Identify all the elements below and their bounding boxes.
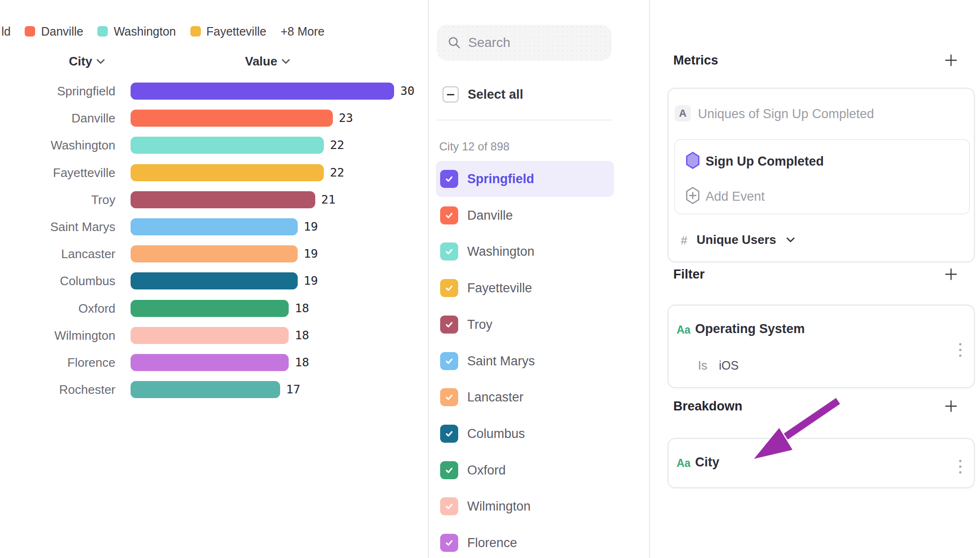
city-checkbox[interactable]: [440, 316, 458, 334]
add-filter-button[interactable]: [943, 267, 959, 282]
chart-bar-label: Danville: [0, 110, 115, 126]
city-checkbox[interactable]: [440, 206, 458, 224]
chart-bar-value: 22: [330, 164, 344, 181]
city-checkbox[interactable]: [440, 425, 458, 443]
city-checkbox[interactable]: [440, 497, 458, 515]
event-name[interactable]: Sign Up Completed: [706, 154, 824, 169]
chart-bar[interactable]: [131, 164, 324, 181]
chart-bar[interactable]: [131, 245, 298, 262]
chart-bar[interactable]: [131, 381, 280, 398]
column-header-city-label: City: [69, 54, 92, 69]
add-event-label[interactable]: Add Event: [706, 189, 765, 204]
filter-property[interactable]: Operating System: [695, 322, 805, 336]
add-metric-button[interactable]: [943, 53, 959, 68]
kebab-menu-icon[interactable]: [958, 460, 962, 474]
chart-bar-label: Troy: [0, 192, 115, 208]
chart-bar-label: Wilmington: [0, 327, 115, 344]
select-all-label[interactable]: Select all: [468, 87, 523, 102]
filter-card[interactable]: Aa Operating System Is iOS: [668, 305, 975, 388]
column-header-value[interactable]: Value: [245, 54, 290, 69]
chart-bar[interactable]: [131, 137, 324, 154]
legend-item[interactable]: Danville: [25, 25, 83, 38]
column-header-value-label: Value: [245, 54, 277, 69]
city-checkbox[interactable]: [440, 388, 458, 406]
legend-label: Fayetteville: [207, 25, 266, 38]
city-checkbox[interactable]: [440, 352, 458, 370]
city-checkbox[interactable]: [440, 279, 458, 297]
add-event-icon[interactable]: [685, 186, 700, 205]
column-header-city[interactable]: City: [69, 54, 105, 69]
chart-bar[interactable]: [131, 354, 289, 371]
breakdown-property[interactable]: City: [695, 455, 719, 470]
city-list-label[interactable]: Troy: [467, 316, 492, 333]
chart-bar[interactable]: [131, 327, 289, 344]
bar-chart-panel: ld DanvilleWashingtonFayetteville+8 More…: [0, 0, 428, 558]
chart-bar[interactable]: [131, 300, 289, 317]
city-list-label[interactable]: Springfield: [467, 171, 534, 187]
search-input[interactable]: [468, 35, 596, 50]
event-card: Sign Up Completed Add Event: [674, 139, 970, 214]
chart-bar-label: Columbus: [0, 273, 115, 289]
chart-bar-value: 18: [295, 300, 309, 317]
add-breakdown-button[interactable]: [943, 399, 959, 414]
chart-bar-label: Florence: [0, 354, 115, 371]
legend-item[interactable]: Washington: [97, 25, 176, 38]
legend-swatch-icon: [190, 26, 201, 37]
city-list-label[interactable]: Oxford: [467, 462, 506, 478]
kebab-menu-icon[interactable]: [958, 343, 962, 357]
filter-operator[interactable]: Is: [698, 359, 707, 372]
chart-bar-value: 30: [400, 83, 415, 100]
checkmark-icon: [444, 392, 454, 402]
chart-bar[interactable]: [131, 272, 298, 289]
legend-label: Danville: [41, 25, 83, 38]
city-list-label[interactable]: Danville: [467, 207, 513, 223]
annotation-arrow: [738, 387, 852, 470]
chart-bar-label: Lancaster: [0, 246, 115, 262]
checkmark-icon: [444, 356, 454, 366]
chevron-down-icon: [96, 59, 105, 65]
filter-value[interactable]: iOS: [719, 359, 739, 372]
checkmark-icon: [444, 319, 454, 330]
chart-bar-label: Oxford: [0, 300, 115, 316]
city-checkbox[interactable]: [440, 461, 458, 479]
breakdown-section-title: Breakdown: [673, 399, 743, 414]
legend-item[interactable]: Fayetteville: [190, 25, 266, 38]
legend-swatch-icon: [97, 26, 108, 37]
measure-selector[interactable]: Unique Users: [697, 232, 776, 247]
checkmark-icon: [444, 465, 454, 475]
city-list-label[interactable]: Fayetteville: [467, 280, 532, 296]
checkmark-icon: [444, 501, 454, 512]
chart-bar-value: 21: [321, 191, 336, 208]
checkmark-icon: [444, 538, 454, 548]
chart-bar[interactable]: [131, 83, 394, 100]
legend-item-truncated[interactable]: ld: [1, 25, 10, 38]
chart-bar[interactable]: [131, 191, 315, 208]
checkmark-icon: [444, 174, 454, 184]
city-list-label[interactable]: Lancaster: [467, 389, 524, 405]
city-checkbox[interactable]: [440, 242, 458, 260]
metric-card[interactable]: A Uniques of Sign Up Completed Sign Up C…: [668, 88, 975, 262]
city-checkbox[interactable]: [440, 170, 458, 188]
chevron-down-icon[interactable]: [786, 237, 795, 243]
city-list-label[interactable]: Columbus: [467, 426, 525, 442]
filter-section-title: Filter: [673, 267, 705, 282]
city-list-label[interactable]: Saint Marys: [467, 353, 535, 369]
city-count-label: City 12 of 898: [439, 140, 509, 153]
text-property-type-icon: Aa: [677, 457, 690, 470]
legend-more-button[interactable]: +8 More: [281, 25, 324, 38]
city-list-label[interactable]: Washington: [467, 243, 535, 260]
city-list-label[interactable]: Wilmington: [467, 498, 531, 514]
chart-bar[interactable]: [131, 218, 298, 235]
city-list-label[interactable]: Florence: [467, 535, 517, 551]
chart-bar-value: 23: [339, 110, 353, 127]
inspector-panel: Metrics A Uniques of Sign Up Completed S…: [650, 0, 980, 558]
divider: [437, 120, 612, 121]
metric-letter-badge: A: [675, 105, 691, 121]
search-box[interactable]: [437, 25, 612, 61]
city-checkbox[interactable]: [440, 534, 458, 552]
select-all-checkbox[interactable]: [443, 86, 459, 102]
chart-bar[interactable]: [131, 110, 333, 127]
chart-bar-value: 22: [330, 137, 344, 154]
chart-bar-value: 19: [304, 272, 318, 289]
chart-bar-value: 18: [295, 327, 309, 344]
